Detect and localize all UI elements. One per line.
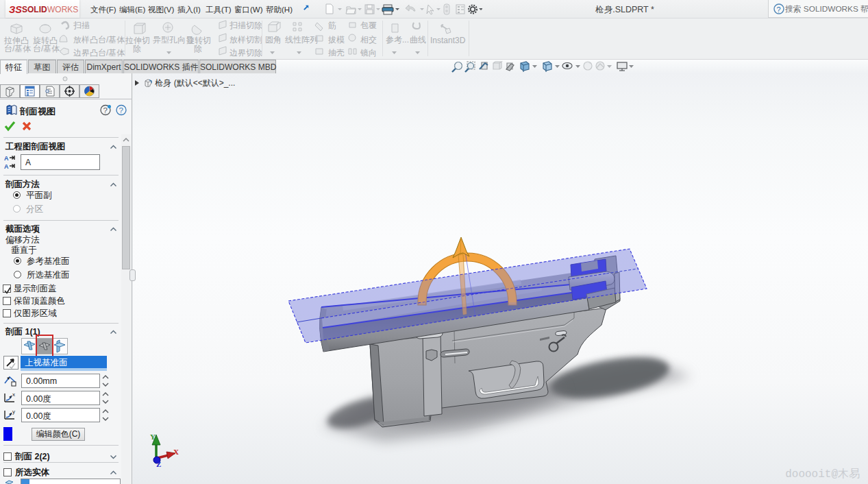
svg-text:筋: 筋 (328, 21, 336, 30)
svg-text:Y: Y (150, 433, 156, 441)
svg-text:x: x (12, 391, 15, 398)
svg-text:拔模: 拔模 (328, 35, 345, 45)
svg-text:边界切除: 边界切除 (230, 48, 262, 58)
svg-text:扫描切除: 扫描切除 (230, 21, 262, 30)
svg-text:SOLID: SOLID (22, 5, 47, 14)
svg-text:放样切割: 放样切割 (230, 35, 262, 45)
svg-text:除: 除 (133, 44, 141, 53)
svg-text:搜索 SOLIDWORKS 帮助: 搜索 SOLIDWORKS 帮助 (785, 4, 868, 14)
svg-text:Z: Z (156, 460, 161, 468)
svg-text:台/基体: 台/基体 (33, 44, 60, 53)
svg-text:?: ? (119, 106, 123, 114)
svg-text:X: X (173, 448, 179, 456)
svg-text:Instant3D: Instant3D (430, 36, 466, 45)
svg-text:包覆: 包覆 (360, 21, 377, 30)
svg-text:线性阵列: 线性阵列 (285, 35, 318, 45)
svg-text:镜向: 镜向 (360, 48, 377, 58)
svg-text:A: A (4, 163, 9, 170)
svg-text:边界凸台/基体: 边界凸台/基体 (73, 48, 125, 58)
svg-text:除: 除 (194, 44, 202, 53)
svg-text:ЗS: ЗS (9, 4, 22, 15)
svg-text:y: y (12, 409, 15, 415)
svg-text:放样凸台/基体: 放样凸台/基体 (73, 35, 125, 45)
svg-text:参考...: 参考... (386, 35, 409, 45)
svg-text:A: A (4, 155, 9, 162)
svg-text:台/基体: 台/基体 (4, 44, 31, 53)
svg-text:?: ? (103, 106, 108, 114)
svg-text:WORKS: WORKS (47, 5, 78, 14)
svg-text:扫描: 扫描 (73, 21, 90, 30)
svg-text:?: ? (777, 5, 781, 14)
svg-text:圆角: 圆角 (265, 35, 282, 45)
svg-text:相交: 相交 (360, 35, 377, 45)
svg-text:曲线: 曲线 (410, 35, 426, 45)
svg-text:抽壳: 抽壳 (327, 48, 345, 58)
